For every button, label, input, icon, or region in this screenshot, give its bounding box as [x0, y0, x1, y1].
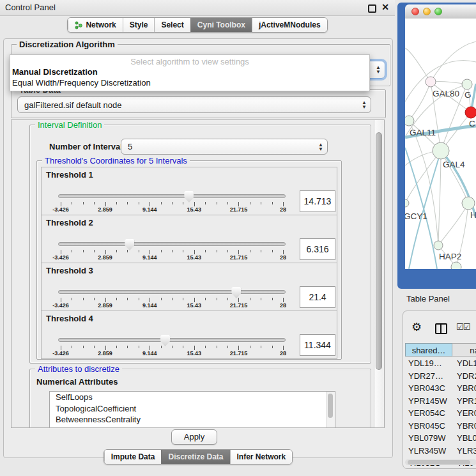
threshold-slider[interactable]: -3.4262.8599.14415.4321.71528 — [58, 333, 287, 357]
slider-track[interactable] — [58, 290, 286, 294]
table-row[interactable]: YER054C YER0 — [405, 407, 476, 420]
screen: Control Panel ✕ Network — [0, 0, 476, 476]
cell-name[interactable]: YER0 — [452, 408, 476, 418]
network-node[interactable] — [451, 262, 461, 269]
tab[interactable]: Cyni Toolbox — [190, 18, 252, 32]
popup-item-equal-width[interactable]: Equal Width/Frequency Discretization — [12, 78, 151, 88]
popup-item-manual-discretization[interactable]: Manual Discretization — [12, 67, 98, 77]
slider-thumb[interactable] — [184, 191, 194, 203]
gear-icon[interactable]: ⚙ — [411, 320, 422, 334]
network-icon — [75, 21, 82, 29]
threshold-slider[interactable]: -3.4262.8599.14415.4321.71528 — [58, 237, 287, 261]
cell-name[interactable]: YBR0 — [452, 421, 476, 431]
cell-shared-name[interactable]: YBL079W — [405, 433, 452, 443]
network-node-label: GAL11 — [410, 128, 436, 137]
column-header-name[interactable]: na — [452, 343, 476, 357]
network-node[interactable] — [462, 79, 472, 89]
bottom-tab[interactable]: Impute Data — [104, 450, 162, 464]
network-canvas[interactable]: GAL80GCGAL11GAL4GCY1HHAP2 — [405, 19, 476, 269]
split-columns-icon[interactable] — [435, 323, 447, 334]
bottom-tab[interactable]: Discretize Data — [161, 450, 229, 464]
bottom-tab[interactable]: Infer Network — [230, 450, 293, 464]
threshold-slider[interactable]: -3.4262.8599.14415.4321.71528 — [58, 189, 287, 213]
table-body: YDL19… YDL1 YDR27… YDR2 YBR043C YBR0 YPR… — [405, 357, 476, 469]
table-row[interactable]: YPR145W YPR1 — [405, 395, 476, 408]
cell-shared-name[interactable]: YER054C — [405, 408, 452, 418]
network-node[interactable] — [465, 107, 476, 118]
cell-shared-name[interactable]: YBR045C — [405, 421, 452, 431]
cell-name[interactable]: YBR0 — [452, 383, 476, 393]
slider-thumb[interactable] — [125, 239, 134, 250]
network-window-titlebar[interactable] — [405, 4, 476, 19]
threshold-row: Threshold 1 -3.4262.8599.14415.4321.7152… — [41, 167, 337, 215]
apply-button[interactable]: Apply — [171, 429, 217, 445]
network-node[interactable] — [405, 199, 409, 207]
table-row[interactable]: YBR045C YBR0 — [405, 420, 476, 433]
cell-name[interactable]: YDR2 — [452, 371, 476, 381]
cell-name[interactable]: YDL1 — [452, 358, 476, 368]
combo-spinner-icon[interactable]: ▲▼ — [318, 139, 323, 154]
cell-name[interactable]: YBL0 — [452, 433, 476, 443]
tab[interactable]: Style — [123, 18, 155, 32]
threshold-value-field[interactable]: 21.4 — [300, 286, 335, 308]
checked-checkbox-icon[interactable]: ☑ — [463, 322, 470, 332]
network-node[interactable] — [426, 77, 436, 87]
network-graph: GAL80GCGAL11GAL4GCY1HHAP2 — [405, 19, 476, 269]
scrollbar-thumb[interactable] — [408, 460, 470, 464]
slider-track[interactable] — [58, 194, 286, 198]
cell-shared-name[interactable]: YDR27… — [405, 371, 452, 381]
table-row[interactable]: YBR043C YBR0 — [405, 382, 476, 395]
network-node[interactable] — [462, 197, 475, 210]
close-icon[interactable]: ✕ — [381, 2, 389, 12]
top-tab-bar: Network Style — [0, 17, 395, 33]
attribute-item[interactable]: TopologicalCoefficient — [50, 403, 335, 415]
tab[interactable]: Select — [154, 18, 190, 32]
table-data-combobox[interactable]: galFiltered.sif default node ▲▼ — [17, 96, 371, 113]
attributes-list-scrollbar[interactable] — [326, 392, 335, 428]
threshold-slider[interactable]: -3.4262.8599.14415.4321.71528 — [58, 285, 287, 309]
tab[interactable]: jActiveMNodules — [252, 18, 327, 32]
control-panel-titlebar: Control Panel ✕ — [0, 0, 395, 16]
slider-track[interactable] — [58, 338, 286, 342]
cell-name[interactable]: YLR3 — [452, 446, 476, 456]
table-row[interactable]: YBL079W YBL0 — [405, 432, 476, 445]
table-header-row: shared… na — [405, 343, 476, 357]
threshold-value-field[interactable]: 6.316 — [300, 238, 335, 260]
bottom-tab-label: Infer Network — [237, 452, 286, 461]
cell-shared-name[interactable]: YDL19… — [405, 358, 452, 368]
slider-thumb[interactable] — [160, 335, 170, 346]
column-header-shared[interactable]: shared… — [405, 343, 452, 357]
network-node[interactable] — [405, 116, 414, 126]
threshold-value-field[interactable]: 11.344 — [300, 334, 335, 356]
cell-shared-name[interactable]: YPR145W — [405, 396, 452, 406]
scrollbar-thumb[interactable] — [376, 132, 382, 370]
attribute-item[interactable]: BetweennessCentrality — [50, 414, 335, 426]
attribute-item[interactable]: SelfLoops — [50, 392, 335, 403]
settings-vertical-scrollbar[interactable] — [374, 120, 384, 427]
minimize-traffic-light[interactable] — [423, 8, 431, 15]
number-of-intervals-combobox[interactable]: 5 ▲▼ — [121, 139, 328, 155]
numerical-attributes-list[interactable]: SelfLoops TopologicalCoefficient Between… — [49, 391, 335, 428]
tab[interactable]: Network — [68, 18, 122, 32]
cell-shared-name[interactable]: YBR043C — [405, 383, 452, 393]
combo-spinner-icon[interactable]: ▲▼ — [376, 61, 381, 78]
cell-shared-name[interactable]: YLR345W — [405, 446, 452, 456]
slider-track[interactable] — [58, 242, 286, 246]
table-row[interactable]: YDL19… YDL1 — [405, 357, 476, 370]
table-horizontal-scrollbar[interactable] — [405, 459, 476, 465]
close-traffic-light[interactable] — [411, 8, 419, 15]
table-row[interactable]: YLR345W YLR3 — [405, 445, 476, 457]
slider-thumb[interactable] — [231, 287, 241, 298]
network-node[interactable] — [434, 241, 443, 250]
network-node[interactable] — [433, 142, 449, 159]
threshold-value-field[interactable]: 14.713 — [300, 190, 335, 212]
float-window-icon[interactable] — [368, 4, 376, 13]
checked-checkbox-icon[interactable]: ☑ — [456, 322, 463, 332]
cell-name[interactable]: YPR1 — [452, 396, 476, 406]
table-row[interactable]: YDR27… YDR2 — [405, 370, 476, 383]
threshold-label: Threshold 1 — [46, 170, 93, 180]
combo-spinner-icon[interactable]: ▲▼ — [362, 97, 367, 112]
column-checkboxes[interactable]: ☑☑ — [456, 322, 470, 332]
zoom-traffic-light[interactable] — [434, 8, 442, 15]
network-node-label: H — [470, 210, 476, 220]
